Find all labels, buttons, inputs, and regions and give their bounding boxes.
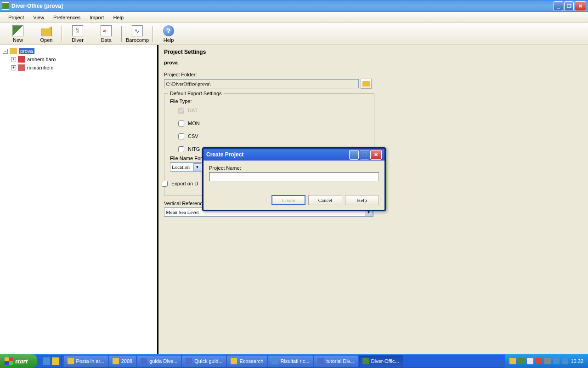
dialog-close[interactable]: ✕: [370, 150, 382, 160]
folder-icon: [113, 358, 119, 364]
browse-button[interactable]: [361, 79, 372, 89]
window-title: Diver-Office [prova]: [11, 3, 554, 9]
toolbar: New Open Diver Data Barocomp Help: [0, 23, 588, 45]
folder-input[interactable]: [164, 79, 359, 88]
file-type-label: File Type:: [170, 98, 368, 104]
toolbar-barocomp[interactable]: Barocomp: [123, 24, 152, 44]
folder-icon: [362, 81, 370, 86]
ie-icon: [271, 358, 278, 364]
help-icon: [163, 25, 174, 36]
export-on-d-checkbox[interactable]: [162, 181, 168, 187]
word-icon: [317, 358, 324, 364]
dialog-maximize: ❐: [360, 150, 369, 160]
clock[interactable]: 10.32: [571, 358, 583, 364]
taskbar-item[interactable]: Ecosearch: [227, 356, 267, 367]
taskbar-item[interactable]: Posta in ar...: [64, 356, 108, 367]
network-icon[interactable]: [544, 358, 551, 364]
menu-view[interactable]: View: [28, 13, 49, 22]
taskbar-item[interactable]: Diver-Offic...: [359, 356, 403, 367]
menu-import[interactable]: Import: [85, 13, 108, 22]
folder-label: Project Folder:: [164, 72, 582, 77]
tray-icon[interactable]: [553, 358, 560, 364]
start-button[interactable]: start: [0, 354, 37, 368]
collapse-icon[interactable]: −: [3, 49, 8, 54]
antivirus-icon[interactable]: [536, 358, 542, 364]
maximize-button[interactable]: ❐: [564, 1, 574, 11]
csv-label: CSV: [188, 133, 198, 139]
dat-checkbox: [178, 108, 184, 114]
tree-root-label[interactable]: prova: [19, 48, 34, 54]
toolbar-diver[interactable]: Diver: [63, 24, 92, 44]
taskbar-item[interactable]: Quick guid...: [182, 356, 226, 367]
menu-project[interactable]: Project: [4, 13, 28, 22]
toolbar-separator: [62, 26, 62, 42]
menu-help[interactable]: Help: [108, 13, 128, 22]
window-controls: _ ❐ ✕: [554, 1, 586, 11]
toolbar-separator: [153, 26, 153, 42]
menu-preferences[interactable]: Preferences: [49, 13, 85, 22]
tree-panel: − prova + arnhem.baro + miniarnhem: [0, 45, 158, 354]
cancel-button[interactable]: Cancel: [308, 195, 342, 205]
data-icon: [101, 25, 112, 36]
create-project-dialog: Create Project _ ❐ ✕ Project Name: Creat…: [202, 147, 386, 211]
taskbar-item[interactable]: guida Dive...: [137, 356, 181, 367]
create-button[interactable]: Create: [271, 195, 305, 205]
mon-checkbox[interactable]: [178, 121, 184, 126]
taskbar: start Posta in ar... 2008 guida Dive... …: [0, 354, 588, 368]
menubar: Project View Preferences Import Help: [0, 12, 588, 23]
nitg-checkbox[interactable]: [178, 146, 184, 152]
project-icon: [10, 48, 17, 54]
taskbar-item[interactable]: tutorial Div...: [314, 356, 357, 367]
mail-icon: [68, 358, 74, 364]
group-title: Default Export Settings: [168, 91, 224, 96]
location-icon: [18, 64, 25, 71]
bluetooth-icon[interactable]: [562, 358, 568, 364]
export-on-d-label: Export on D: [171, 181, 198, 186]
taskbar-item[interactable]: Risultati ric...: [268, 356, 313, 367]
project-name-label: Project Name:: [209, 165, 241, 171]
minimize-button[interactable]: _: [554, 1, 563, 11]
ie-icon[interactable]: [43, 357, 50, 365]
tree-item[interactable]: + arnhem.baro: [3, 55, 154, 63]
nitg-label: NITG: [188, 146, 200, 152]
tray-icon[interactable]: [518, 358, 525, 364]
toolbar-help[interactable]: Help: [154, 24, 183, 44]
quick-launch: [41, 356, 62, 367]
folder-icon: [231, 358, 237, 364]
taskbar-item[interactable]: 2008: [109, 356, 136, 367]
expand-icon[interactable]: +: [11, 65, 16, 70]
tree-item-label: miniarnhem: [27, 65, 53, 70]
dialog-titlebar[interactable]: Create Project _ ❐ ✕: [204, 149, 384, 161]
toolbar-new[interactable]: New: [4, 24, 32, 44]
outlook-icon[interactable]: [52, 357, 59, 365]
project-name: prova: [164, 60, 582, 65]
toolbar-separator: [121, 26, 122, 42]
help-button[interactable]: Help: [345, 195, 379, 205]
app-icon: [362, 358, 369, 364]
csv-checkbox[interactable]: [178, 133, 184, 139]
system-tray[interactable]: 10.32: [505, 354, 588, 368]
toolbar-data[interactable]: Data: [92, 24, 120, 44]
fname-combo[interactable]: [170, 162, 202, 172]
baro-icon: [18, 56, 25, 63]
shield-icon[interactable]: [509, 358, 516, 364]
tree-root[interactable]: − prova: [3, 47, 154, 55]
word-icon: [141, 358, 147, 364]
close-button[interactable]: ✕: [575, 1, 586, 11]
windows-logo-icon: [5, 357, 13, 365]
volume-icon[interactable]: [527, 358, 533, 364]
barocomp-icon: [132, 25, 143, 36]
titlebar: Diver-Office [prova] _ ❐ ✕: [0, 0, 588, 12]
dat-label: DAT: [188, 108, 198, 113]
dialog-title: Create Project: [206, 151, 349, 158]
tree-item[interactable]: + miniarnhem: [3, 63, 154, 72]
project-name-input[interactable]: [209, 172, 379, 181]
toolbar-open[interactable]: Open: [32, 24, 61, 44]
expand-icon[interactable]: +: [11, 57, 16, 62]
open-icon: [41, 25, 52, 36]
tree-item-label: arnhem.baro: [27, 57, 56, 62]
word-icon: [186, 358, 192, 364]
dialog-minimize[interactable]: _: [349, 150, 359, 160]
page-title: Project Settings: [164, 49, 582, 55]
mon-label: MON: [188, 121, 200, 126]
